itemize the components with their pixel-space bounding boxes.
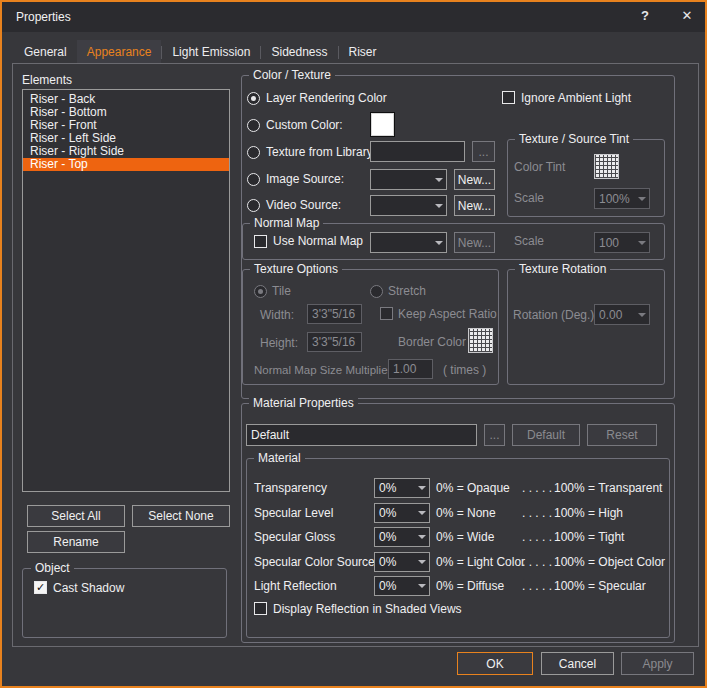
normal-map-scale-label: Scale — [514, 234, 544, 248]
tint-scale-value: 100% — [599, 192, 630, 206]
texture-from-library-label: Texture from Library: — [266, 145, 376, 159]
dropdown-arrow-icon — [635, 197, 649, 201]
tab-sidedness[interactable]: Sidedness — [261, 41, 337, 64]
video-source-label: Video Source: — [266, 198, 341, 212]
tab-general[interactable]: General — [14, 41, 77, 64]
ok-button[interactable]: OK — [457, 652, 533, 675]
specular-level-value: 0% — [379, 506, 396, 520]
material-properties-title: Material Properties — [249, 396, 358, 411]
layer-rendering-color-label: Layer Rendering Color — [266, 91, 387, 105]
cast-shadow-checkbox[interactable]: ✓ — [34, 581, 47, 594]
object-group: Object — [22, 568, 227, 638]
material-reset-button: Reset — [587, 424, 657, 446]
tint-scale-dropdown: 100% — [594, 188, 650, 209]
color-tint-swatch — [594, 154, 619, 179]
rotation-deg-label: Rotation (Deg.) — [513, 308, 594, 322]
properties-dialog: Properties ? ✕ General Appearance Light … — [0, 0, 707, 688]
specular-level-label: Specular Level — [254, 506, 333, 520]
video-source-radio[interactable] — [247, 199, 260, 212]
title-bar: Properties ? ✕ — [2, 2, 705, 32]
ignore-ambient-light-checkbox[interactable] — [502, 91, 515, 104]
custom-color-radio[interactable] — [247, 119, 260, 132]
light-reflection-dropdown[interactable]: 0% — [374, 576, 430, 596]
check-icon: ✓ — [35, 582, 46, 593]
specular-gloss-low-label: 0% = Wide — [436, 530, 494, 544]
custom-color-label: Custom Color: — [266, 118, 343, 132]
image-source-dropdown[interactable] — [370, 169, 447, 190]
window-title: Properties — [16, 10, 71, 24]
height-field: 3'3"5/16 — [307, 332, 362, 352]
specular-color-source-dropdown[interactable]: 0% — [374, 552, 430, 572]
specular-level-dropdown[interactable]: 0% — [374, 503, 430, 523]
texture-rotation-title: Texture Rotation — [515, 262, 610, 277]
light-reflection-low-label: 0% = Diffuse — [436, 579, 504, 593]
specular-color-source-high-label: 100% = Object Color — [554, 555, 665, 569]
dots-label: . . . . . — [522, 506, 552, 520]
video-source-dropdown[interactable] — [370, 195, 447, 216]
tab-strip: General Appearance Light Emission Sidedn… — [14, 40, 387, 64]
display-reflection-checkbox[interactable] — [254, 602, 267, 615]
color-tint-label: Color Tint — [514, 160, 565, 174]
image-source-new-button[interactable]: New... — [454, 169, 495, 190]
tab-riser[interactable]: Riser — [339, 41, 387, 64]
cancel-button[interactable]: Cancel — [541, 652, 614, 675]
border-color-swatch — [468, 328, 493, 353]
image-source-label: Image Source: — [266, 172, 344, 186]
tint-scale-label: Scale — [514, 191, 544, 205]
use-normal-map-label: Use Normal Map — [273, 234, 363, 248]
dropdown-arrow-icon — [415, 535, 429, 539]
color-texture-title: Color / Texture — [249, 68, 335, 83]
texture-source-tint-title: Texture / Source Tint — [515, 132, 633, 147]
specular-color-source-label: Specular Color Source — [254, 555, 375, 569]
ignore-ambient-light-label: Ignore Ambient Light — [521, 91, 631, 105]
texture-from-library-radio[interactable] — [247, 146, 260, 159]
dropdown-arrow-icon — [635, 241, 649, 245]
height-label: Height: — [260, 336, 298, 350]
custom-color-swatch[interactable] — [370, 112, 395, 137]
help-icon[interactable]: ? — [636, 7, 654, 25]
light-reflection-high-label: 100% = Specular — [554, 579, 646, 593]
tile-radio — [254, 285, 267, 298]
list-item-selected[interactable]: Riser - Top — [23, 158, 229, 171]
elements-list[interactable]: Riser - Back Riser - Bottom Riser - Fron… — [22, 89, 230, 492]
video-source-new-button[interactable]: New... — [454, 195, 495, 216]
transparency-high-label: 100% = Transparent — [554, 481, 662, 495]
tile-label: Tile — [272, 284, 291, 298]
apply-button: Apply — [621, 652, 694, 675]
select-all-button[interactable]: Select All — [27, 505, 125, 527]
normal-map-scale-value: 100 — [599, 236, 619, 250]
light-reflection-value: 0% — [379, 579, 396, 593]
times-label: ( times ) — [443, 363, 486, 377]
dropdown-arrow-icon — [432, 241, 446, 245]
rename-button[interactable]: Rename — [27, 531, 125, 553]
texture-library-browse-button: ... — [472, 141, 495, 162]
specular-level-low-label: 0% = None — [436, 506, 496, 520]
transparency-label: Transparency — [254, 481, 327, 495]
material-name-field[interactable]: Default — [246, 424, 477, 446]
close-icon[interactable]: ✕ — [678, 7, 696, 25]
select-none-button[interactable]: Select None — [132, 505, 230, 527]
keep-aspect-ratio-label: Keep Aspect Ratio — [398, 307, 497, 321]
stretch-label: Stretch — [388, 284, 426, 298]
texture-library-field[interactable] — [370, 141, 465, 162]
stretch-radio — [370, 285, 383, 298]
use-normal-map-checkbox[interactable] — [254, 235, 267, 248]
normal-map-new-button: New... — [454, 232, 495, 253]
tab-appearance[interactable]: Appearance — [77, 40, 162, 64]
dots-label: . . . . . — [522, 579, 552, 593]
width-field: 3'3"5/16 — [307, 304, 362, 324]
tab-light-emission[interactable]: Light Emission — [162, 41, 260, 64]
transparency-dropdown[interactable]: 0% — [374, 478, 430, 498]
specular-gloss-label: Specular Gloss — [254, 530, 335, 544]
specular-gloss-dropdown[interactable]: 0% — [374, 527, 430, 547]
dots-label: . . . . . — [522, 530, 552, 544]
material-browse-button: ... — [484, 424, 505, 446]
layer-rendering-color-radio[interactable] — [247, 92, 260, 105]
material-group-title: Material — [254, 451, 305, 466]
image-source-radio[interactable] — [247, 173, 260, 186]
keep-aspect-ratio-checkbox — [380, 307, 393, 320]
material-default-button: Default — [512, 424, 580, 446]
normal-map-source-dropdown[interactable] — [370, 232, 447, 253]
object-group-title: Object — [31, 561, 74, 576]
rotation-value: 0.00 — [599, 308, 622, 322]
